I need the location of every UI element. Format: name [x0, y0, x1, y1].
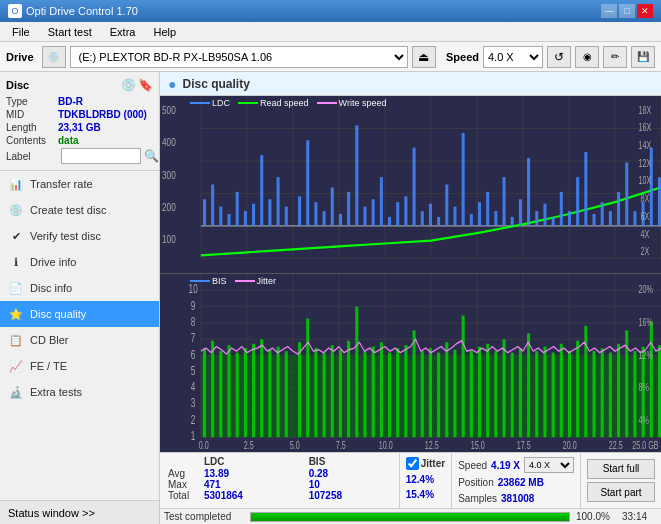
svg-rect-48: [453, 207, 456, 226]
disc-quality-icon: ⭐: [8, 308, 24, 321]
nav-label-create-test-disc: Create test disc: [30, 204, 106, 216]
legend-ldc-color: [190, 102, 210, 104]
svg-rect-136: [421, 351, 424, 437]
svg-rect-46: [437, 217, 440, 226]
speed-select-stat[interactable]: 4.0 X: [524, 457, 574, 473]
svg-rect-144: [486, 344, 489, 437]
start-part-button[interactable]: Start part: [587, 482, 655, 502]
svg-rect-123: [314, 348, 317, 437]
svg-rect-124: [323, 353, 326, 438]
svg-rect-25: [260, 155, 263, 226]
svg-rect-112: [219, 351, 222, 437]
max-bis: 10: [301, 479, 395, 490]
legend-read-speed: Read speed: [238, 98, 309, 108]
speed-value: 4.19 X: [491, 460, 520, 471]
top-legend: LDC Read speed Write speed: [190, 98, 386, 108]
sidebar-item-verify-test-disc[interactable]: ✔ Verify test disc: [0, 223, 159, 249]
svg-rect-133: [396, 348, 399, 437]
legend-jitter-label: Jitter: [257, 276, 277, 286]
label-search-icon[interactable]: 🔍: [144, 149, 159, 163]
sidebar-item-fe-te[interactable]: 📈 FE / TE: [0, 353, 159, 379]
svg-rect-141: [462, 316, 465, 438]
disc-icon1[interactable]: 💿: [121, 78, 136, 92]
svg-rect-143: [478, 347, 481, 437]
svg-text:5: 5: [191, 364, 196, 377]
svg-rect-149: [527, 333, 530, 437]
svg-text:4: 4: [191, 381, 196, 394]
menu-extra[interactable]: Extra: [102, 24, 144, 40]
svg-rect-129: [363, 351, 366, 437]
svg-rect-67: [609, 211, 612, 226]
nav-label-disc-quality: Disc quality: [30, 308, 86, 320]
menu-start-test[interactable]: Start test: [40, 24, 100, 40]
menu-file[interactable]: File: [4, 24, 38, 40]
sidebar-item-disc-info[interactable]: 📄 Disc info: [0, 275, 159, 301]
disc-contents-row: Contents data: [6, 135, 153, 146]
svg-rect-57: [527, 158, 530, 226]
close-button[interactable]: ✕: [637, 4, 653, 18]
maximize-button[interactable]: □: [619, 4, 635, 18]
svg-text:18X: 18X: [639, 104, 652, 116]
svg-rect-128: [355, 307, 358, 438]
svg-rect-68: [617, 192, 620, 226]
label-input[interactable]: [61, 148, 141, 164]
svg-text:300: 300: [162, 168, 176, 181]
sidebar-item-cd-bler[interactable]: 📋 CD Bler: [0, 327, 159, 353]
svg-rect-150: [535, 351, 538, 437]
svg-rect-50: [470, 214, 473, 226]
svg-rect-119: [277, 347, 280, 437]
svg-text:16X: 16X: [639, 122, 652, 134]
disc-icon2[interactable]: 🔖: [138, 78, 153, 92]
status-window-bar[interactable]: Status window >>: [0, 500, 159, 524]
jitter-checkbox[interactable]: [406, 457, 419, 470]
svg-rect-122: [306, 319, 309, 438]
svg-rect-125: [331, 345, 334, 437]
svg-rect-110: [203, 348, 206, 437]
legend-bis: BIS: [190, 276, 227, 286]
speed-select[interactable]: 4.0 X: [483, 46, 543, 68]
sidebar-item-drive-info[interactable]: ℹ Drive info: [0, 249, 159, 275]
app-icon: O: [8, 4, 22, 18]
svg-rect-126: [339, 350, 342, 438]
nav-label-verify-test-disc: Verify test disc: [30, 230, 101, 242]
position-value: 23862 MB: [498, 477, 544, 488]
save-button[interactable]: 💾: [631, 46, 655, 68]
refresh-button[interactable]: ↺: [547, 46, 571, 68]
svg-rect-140: [453, 350, 456, 438]
disc-mid-key: MID: [6, 109, 58, 120]
svg-rect-157: [592, 351, 595, 437]
disc-panel-title: Disc: [6, 79, 29, 91]
svg-rect-51: [478, 202, 481, 226]
svg-text:100: 100: [162, 233, 176, 246]
minimize-button[interactable]: —: [601, 4, 617, 18]
svg-text:1: 1: [191, 430, 196, 443]
eject-button[interactable]: ⏏: [412, 46, 436, 68]
sidebar-item-transfer-rate[interactable]: 📊 Transfer rate: [0, 171, 159, 197]
svg-rect-42: [404, 196, 407, 226]
disc-label-row: Label 🔍: [6, 148, 153, 164]
svg-text:2: 2: [191, 413, 196, 426]
edit-button[interactable]: ✏: [603, 46, 627, 68]
burn-button[interactable]: ◉: [575, 46, 599, 68]
start-full-button[interactable]: Start full: [587, 459, 655, 479]
menu-help[interactable]: Help: [145, 24, 184, 40]
disc-length-row: Length 23,31 GB: [6, 122, 153, 133]
disc-mid-val: TDKBLDRBD (000): [58, 109, 147, 120]
samples-row: Samples 381008: [458, 493, 574, 504]
svg-text:500: 500: [162, 103, 176, 116]
svg-rect-21: [227, 214, 230, 226]
svg-text:25.0 GB: 25.0 GB: [632, 440, 658, 452]
charts-container: LDC Read speed Write speed: [160, 96, 661, 452]
cd-bler-icon: 📋: [8, 334, 24, 347]
svg-text:8%: 8%: [639, 382, 649, 394]
sidebar-item-create-test-disc[interactable]: 💿 Create test disc: [0, 197, 159, 223]
top-chart-svg: 500 400 300 200 100 18X 16X 14X 12X 10X …: [160, 96, 661, 273]
svg-text:12%: 12%: [639, 349, 653, 361]
svg-text:4%: 4%: [639, 415, 649, 427]
sidebar-item-extra-tests[interactable]: 🔬 Extra tests: [0, 379, 159, 405]
drive-select[interactable]: (E:) PLEXTOR BD-R PX-LB950SA 1.06: [70, 46, 408, 68]
menu-bar: File Start test Extra Help: [0, 22, 661, 42]
sidebar-item-disc-quality[interactable]: ⭐ Disc quality: [0, 301, 159, 327]
content-header: ● Disc quality: [160, 72, 661, 96]
legend-ldc-label: LDC: [212, 98, 230, 108]
